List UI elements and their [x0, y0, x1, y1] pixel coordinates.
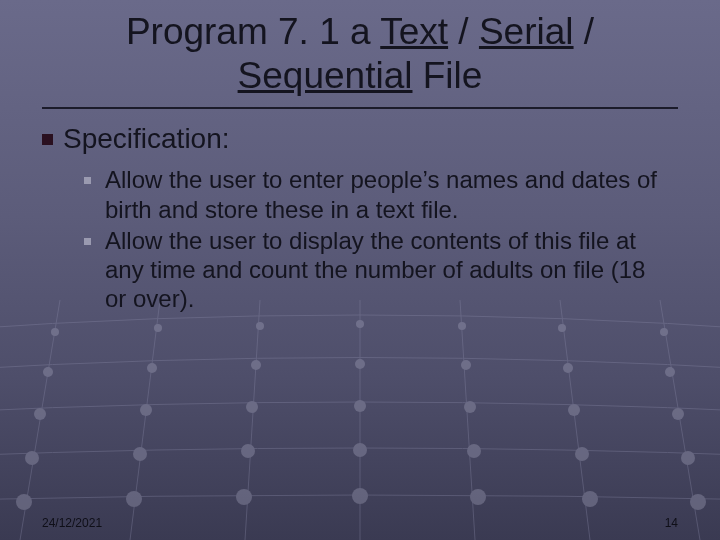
content-area: Specification: Allow the user to enter p… — [0, 123, 720, 313]
footer-page-number: 14 — [665, 516, 678, 530]
footer: 24/12/2021 14 — [42, 516, 678, 530]
title-sep: / — [448, 11, 479, 52]
small-square-bullet-icon — [84, 177, 91, 184]
list-item: Specification: — [42, 123, 678, 155]
slide-title: Program 7. 1 a Text / Serial / Sequentia… — [0, 10, 720, 105]
small-square-bullet-icon — [84, 238, 91, 245]
list-item: Allow the user to enter people’s names a… — [76, 165, 678, 224]
title-underline-sequential: Sequential — [238, 55, 413, 96]
spec-heading: Specification: — [63, 123, 230, 155]
title-rule — [42, 107, 678, 109]
title-rest: File — [412, 55, 482, 96]
slide: Program 7. 1 a Text / Serial / Sequentia… — [0, 0, 720, 540]
list-item: Allow the user to display the contents o… — [76, 226, 678, 314]
bullet-text: Allow the user to enter people’s names a… — [105, 165, 665, 224]
footer-date: 24/12/2021 — [42, 516, 102, 530]
title-underline-text: Text — [380, 11, 448, 52]
square-bullet-icon — [42, 134, 53, 145]
title-underline-serial: Serial — [479, 11, 574, 52]
title-sep: / — [574, 11, 595, 52]
title-prefix: Program 7. 1 a — [126, 11, 380, 52]
sub-list: Allow the user to enter people’s names a… — [42, 165, 678, 313]
bullet-text: Allow the user to display the contents o… — [105, 226, 665, 314]
